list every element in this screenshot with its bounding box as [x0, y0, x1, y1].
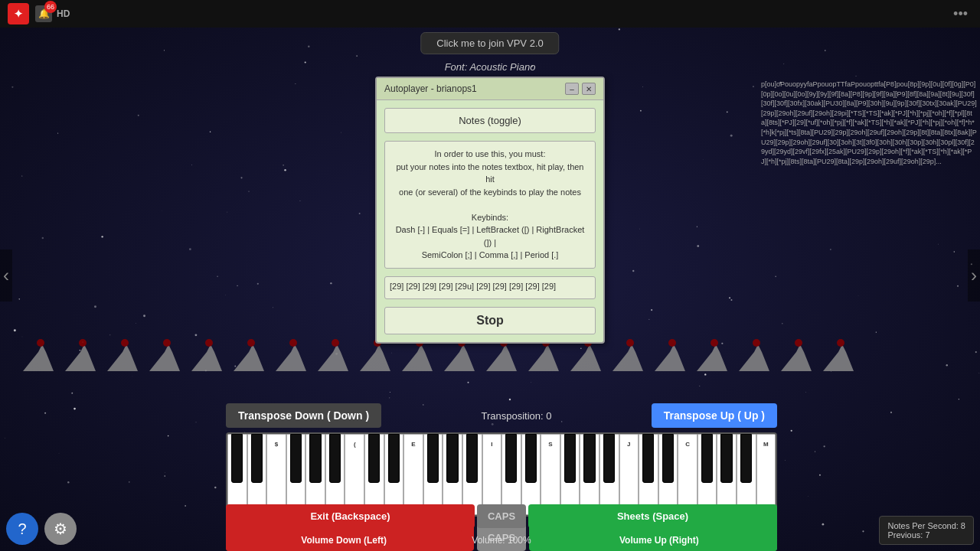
svg-point-19	[837, 339, 844, 347]
volume-label: Volume: 100%	[464, 535, 538, 546]
transpose-up-button[interactable]: Transpose Up ( Up )	[652, 403, 777, 428]
white-key-16[interactable]: Ss	[541, 434, 560, 515]
white-key-13[interactable]: Ii	[482, 434, 502, 515]
black-key-18[interactable]	[720, 434, 732, 483]
close-button[interactable]: ✕	[582, 83, 596, 95]
dialog-title-bar: Autoplayer - brianops1 – ✕	[377, 78, 603, 100]
black-key-9[interactable]	[466, 434, 478, 483]
notifications[interactable]: 🔔 66	[35, 5, 52, 22]
piano-bottom-area: Exit (Backspace) CAPS Sheets (Space) Vol…	[226, 504, 777, 551]
svg-point-14	[626, 339, 634, 347]
black-key-6[interactable]	[388, 434, 400, 483]
black-key-7[interactable]	[427, 434, 439, 483]
black-key-10[interactable]	[505, 434, 517, 483]
black-key-8[interactable]	[446, 434, 458, 483]
dialog-body: Notes (toggle) In order to use this, you…	[377, 100, 603, 342]
black-key-4[interactable]	[329, 434, 341, 483]
black-key-5[interactable]	[368, 434, 380, 483]
font-label: Font: Acoustic Piano	[445, 61, 536, 73]
btn-row-2: Volume Down (Left) Volume: 100% Volume U…	[226, 530, 777, 551]
black-key-2[interactable]	[290, 434, 302, 483]
white-key-2[interactable]: $3	[266, 434, 286, 515]
stop-button[interactable]: Stop	[384, 307, 596, 334]
black-key-14[interactable]	[603, 434, 615, 483]
notification-badge: 66	[44, 1, 57, 13]
nps-display: Notes Per Second: 8 Previous: 7	[879, 516, 974, 545]
caps-btn[interactable]: CAPS	[477, 504, 526, 528]
black-key-19[interactable]	[740, 434, 752, 483]
autoplayer-dialog: Autoplayer - brianops1 – ✕ Notes (toggle…	[375, 77, 605, 344]
exit-btn[interactable]: Exit (Backspace)	[226, 504, 475, 528]
settings-button[interactable]: ⚙	[44, 513, 77, 545]
piano-section: Transpose Down ( Down ) Transposition: 0…	[226, 403, 777, 517]
black-key-15[interactable]	[642, 434, 654, 483]
svg-point-15	[668, 339, 676, 347]
white-key-23[interactable]: Cc	[678, 434, 697, 515]
volume-up-btn[interactable]: Volume Up (Right)	[541, 530, 777, 551]
white-key-27[interactable]: Mm	[756, 434, 776, 515]
svg-point-3	[163, 339, 171, 347]
white-key-20[interactable]: Jj	[619, 434, 639, 515]
black-key-12[interactable]	[564, 434, 576, 483]
svg-point-17	[753, 339, 760, 347]
bottom-left-icons: ? ⚙	[6, 513, 77, 545]
svg-point-18	[795, 339, 802, 347]
white-key-upper-27: M	[763, 441, 769, 448]
help-icon: ?	[18, 520, 26, 538]
svg-point-4	[205, 339, 213, 347]
svg-point-1	[79, 339, 87, 347]
settings-icon: ⚙	[54, 520, 67, 538]
white-key-6[interactable]: (7	[345, 434, 364, 515]
arrow-left[interactable]: ‹	[0, 249, 12, 302]
nps-line2: Previous: 7	[887, 530, 965, 540]
roblox-logo: ✦	[8, 3, 29, 24]
top-bar: ✦ 🔔 66 HD •••	[0, 0, 980, 28]
white-key-9[interactable]: Ee	[403, 434, 423, 515]
white-key-upper-9: E	[411, 441, 415, 448]
notes-toggle-button[interactable]: Notes (toggle)	[384, 108, 596, 133]
black-key-16[interactable]	[662, 434, 674, 483]
black-key-11[interactable]	[525, 434, 537, 483]
svg-point-0	[37, 339, 44, 347]
white-key-upper-6: (	[354, 441, 356, 448]
keybinds-header: Keybinds:	[391, 211, 589, 224]
info-line1: In order to use this, you must:	[391, 148, 589, 161]
white-key-upper-13: I	[491, 441, 492, 448]
info-line2: put your notes into the notes textbox, h…	[391, 161, 589, 186]
svg-point-7	[332, 339, 339, 347]
black-key-0[interactable]	[231, 434, 243, 483]
transposition-label: Transposition: 0	[481, 410, 551, 422]
join-banner[interactable]: Click me to join VPV 2.0	[420, 32, 559, 54]
notes-display: [29] [29] [29] [29] [29u] [29] [29] [29]…	[384, 276, 596, 299]
sheets-btn[interactable]: Sheets (Space)	[528, 504, 777, 528]
svg-point-6	[289, 339, 297, 347]
help-button[interactable]: ?	[6, 513, 38, 545]
nps-line1: Notes Per Second: 8	[887, 521, 965, 530]
piano-controls: Transpose Down ( Down ) Transposition: 0…	[226, 403, 777, 428]
transpose-down-button[interactable]: Transpose Down ( Down )	[226, 403, 381, 428]
black-key-3[interactable]	[309, 434, 321, 483]
scroll-text-content: p[ou]oPouopyyfaPpouopTTfaPpouopttfa[P8]p…	[761, 80, 977, 165]
btn-row-1: Exit (Backspace) CAPS Sheets (Space)	[226, 504, 777, 528]
dialog-info: In order to use this, you must: put your…	[384, 141, 596, 269]
minimize-button[interactable]: –	[565, 83, 579, 95]
info-line3: one (or several) of the keybinds to play…	[391, 186, 589, 199]
keybinds-line2: SemiColon [;] | Comma [,] | Period [.]	[391, 249, 589, 262]
dialog-title-text: Autoplayer - brianops1	[384, 83, 477, 94]
white-key-upper-20: J	[627, 441, 630, 448]
more-options-button[interactable]: •••	[953, 6, 968, 22]
black-key-17[interactable]	[701, 434, 713, 483]
white-key-upper-16: S	[548, 441, 552, 448]
svg-point-16	[710, 339, 718, 347]
volume-down-btn[interactable]: Volume Down (Left)	[226, 530, 462, 551]
scroll-text: p[ou]oPouopyyfaPpouopTTfaPpouopttfa[P8]p…	[758, 77, 980, 291]
hd-badge: HD	[57, 8, 70, 19]
svg-point-2	[121, 339, 129, 347]
arrow-right[interactable]: ›	[968, 249, 980, 302]
svg-point-5	[247, 339, 255, 347]
dialog-title-buttons: – ✕	[565, 83, 596, 95]
keybinds-line1: Dash [-] | Equals [=] | LeftBracket ([) …	[391, 223, 589, 249]
black-key-13[interactable]	[583, 434, 595, 483]
black-key-1[interactable]	[251, 434, 263, 483]
white-key-upper-23: C	[685, 441, 690, 448]
